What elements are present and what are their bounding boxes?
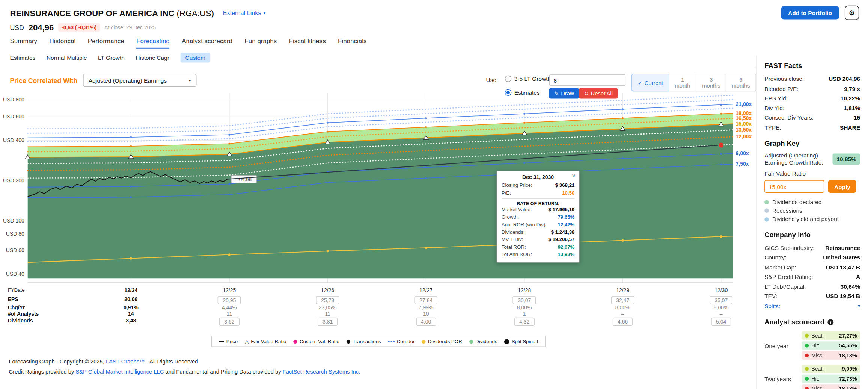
svg-text:USD 200: USD 200 — [3, 177, 24, 183]
graph-key-legend-item: Dividend yield and payout — [764, 215, 860, 224]
legend-item-price: Price — [219, 339, 238, 344]
footer-link-factset-research-systems-inc[interactable]: FactSet Research Systems Inc. — [283, 368, 360, 374]
add-to-portfolio-button[interactable]: Add to Portfolio — [781, 6, 839, 19]
status-dot-icon — [805, 334, 809, 338]
tab-fiscal-fitness[interactable]: Fiscal fitness — [289, 38, 326, 48]
table-cell: 4,44% — [222, 304, 237, 310]
table-cell: 12/24 — [124, 287, 137, 293]
table-row-label: Dividends — [8, 318, 33, 324]
fast-graphs-app: REINSURANCE GROUP OF AMERICA INC (RGA:US… — [0, 0, 868, 389]
legend-marker-icon — [505, 339, 509, 344]
sidebar-stat-row: Market Cap:USD 13,47 B — [764, 262, 860, 272]
footer-line-1: Forecasting Graph - Copyright © 2025, FA… — [9, 357, 360, 367]
table-cell: 4,00 — [416, 318, 436, 326]
sidebar-stat-row: Previous close:USD 204,96 — [764, 74, 860, 84]
table-cell: 11 — [226, 311, 232, 317]
scorecard-group-one-year: One yearBeat:27,27%Hit:54,55%Miss:18,18% — [764, 331, 860, 360]
tab-summary[interactable]: Summary — [10, 38, 38, 48]
subtab-normal-multiple[interactable]: Normal Multiple — [47, 54, 87, 61]
legend-item-fair-value-ratio: △Fair Value Ratio — [245, 339, 286, 344]
tooltip-row: Tot Ann ROR:13,93% — [502, 251, 575, 259]
scorecard-badge-miss: Miss:18,18% — [802, 384, 860, 389]
tab-forecasting[interactable]: Forecasting — [136, 38, 170, 48]
subtab-historic-cagr[interactable]: Historic Cagr — [136, 54, 169, 61]
footer-line-2: Credit Ratings provided by S&P Global Ma… — [9, 367, 360, 377]
table-cell: 20,06 — [124, 296, 137, 302]
tab-fun-graphs[interactable]: Fun graphs — [244, 38, 277, 48]
current-price: 204,96 — [29, 23, 54, 32]
at-close-text: At close: 29 Dec 2025 — [104, 24, 156, 30]
scorecard-group-two-years: Two yearsBeat:9,09%Hit:72,73%Miss:18,18% — [764, 365, 860, 389]
scorecard-badge-hit: Hit:72,73% — [802, 375, 860, 383]
lt-growth-radio[interactable]: 3-5 LT Growth — [505, 76, 551, 82]
chevron-down-icon: ▾ — [263, 10, 265, 15]
estimates-table: FYDateEPSChg/Yr#of AnalystsDividends12/2… — [2, 287, 755, 329]
table-cell: 10 — [423, 311, 429, 317]
table-row-label: #of Analysts — [8, 311, 39, 317]
tab-performance[interactable]: Performance — [88, 38, 124, 48]
graph-key-section: Graph Key Adjusted (Operating) Earnings … — [764, 140, 860, 224]
sidebar-stat-row: EPS Yld:10,22% — [764, 94, 860, 103]
close-icon[interactable]: ✕ — [571, 173, 576, 179]
fair-value-ratio-input[interactable] — [764, 180, 824, 193]
svg-text:USD 60: USD 60 — [6, 247, 24, 253]
table-cell: – — [720, 311, 723, 317]
svg-text:USD 400: USD 400 — [3, 137, 24, 143]
period-button-current[interactable]: ✓Current — [631, 74, 669, 91]
info-icon[interactable]: i — [828, 319, 834, 325]
graph-key-title: Graph Key — [764, 140, 860, 148]
settings-button[interactable]: ⚙ — [845, 6, 859, 20]
svg-text:USD 800: USD 800 — [3, 97, 24, 103]
gear-icon: ⚙ — [849, 9, 855, 17]
table-cell: 20,95 — [218, 296, 241, 304]
subtab-lt-growth[interactable]: LT Growth — [98, 54, 125, 61]
sidebar-stat-row: S&P Credit Rating:A — [764, 272, 860, 282]
chart-legend: Price△Fair Value RatioCustom Val. RatioT… — [211, 336, 546, 347]
footer-link-s-p-global-market-intelligence-llc[interactable]: S&P Global Market Intelligence LLC — [75, 368, 164, 374]
sidebar-stat-row: GICS Sub-industry:Reinsurance — [764, 243, 860, 253]
table-cell: 4,66 — [613, 318, 633, 326]
tooltip-row: MV + Div:$ 19.206,57 — [502, 236, 575, 244]
table-cell: 8,00% — [615, 304, 630, 310]
external-links-menu[interactable]: External Links ▾ — [223, 9, 266, 16]
status-dot-icon — [805, 387, 809, 389]
legend-marker-icon: △ — [245, 339, 249, 344]
subtab-custom[interactable]: Custom — [180, 53, 210, 63]
subtab-estimates[interactable]: Estimates — [10, 54, 36, 61]
tooltip-row: Ann. ROR (w/o Div):12,42% — [502, 221, 575, 229]
price-change-badge: -0,63 ( -0,31%) — [58, 23, 100, 32]
correlation-select[interactable]: Adjusted (Operating) Earnings ▾ — [83, 74, 196, 87]
tooltip-row: Total ROR:92,07% — [502, 244, 575, 251]
page-footer: Forecasting Graph - Copyright © 2025, FA… — [9, 357, 360, 377]
forecasting-chart[interactable]: USD 800USD 600USD 400USD 200USD 100USD 8… — [2, 88, 755, 286]
legend-marker-icon — [294, 339, 297, 343]
table-cell: 12/27 — [419, 287, 432, 293]
table-cell: 12/25 — [223, 287, 236, 293]
radio-unchecked-icon — [505, 76, 512, 82]
table-row-label: FYDate — [8, 287, 25, 293]
sidebar-stat-row: Div Yld:1,81% — [764, 103, 860, 113]
apply-button[interactable]: Apply — [828, 180, 856, 193]
external-links-label: External Links — [223, 9, 261, 16]
tab-historical[interactable]: Historical — [50, 38, 76, 48]
legend-item-transactions: Transactions — [347, 339, 381, 344]
tab-financials[interactable]: Financials — [338, 38, 366, 48]
lt-growth-radio-label: 3-5 LT Growth — [514, 76, 551, 82]
svg-text:9,00x: 9,00x — [735, 150, 749, 156]
table-row-label: EPS — [8, 296, 18, 302]
sidebar-stat-row: TYPE:SHARE — [764, 123, 860, 133]
legend-item-corridor: Corridor — [388, 339, 415, 344]
lt-growth-input[interactable] — [549, 74, 625, 86]
tab-analyst-scorecard[interactable]: Analyst scorecard — [182, 38, 232, 48]
legend-marker-icon — [388, 341, 395, 342]
svg-text:21,00x: 21,00x — [735, 101, 752, 107]
scorecard-badge-miss: Miss:18,18% — [802, 351, 860, 360]
splits-toggle[interactable]: Splits: ▾ — [764, 301, 860, 311]
table-cell: 12/29 — [616, 287, 629, 293]
main-tab-bar: SummaryHistoricalPerformanceForecastingA… — [0, 33, 868, 48]
sidebar-stat-row: LT Debt/Capital:30,64% — [764, 282, 860, 292]
table-cell: 14 — [128, 311, 134, 317]
sub-tab-bar: EstimatesNormal MultipleLT GrowthHistori… — [0, 49, 868, 68]
footer-link-fast-graphs[interactable]: FAST Graphs™ — [106, 359, 145, 365]
table-cell: 5,04 — [711, 318, 731, 326]
